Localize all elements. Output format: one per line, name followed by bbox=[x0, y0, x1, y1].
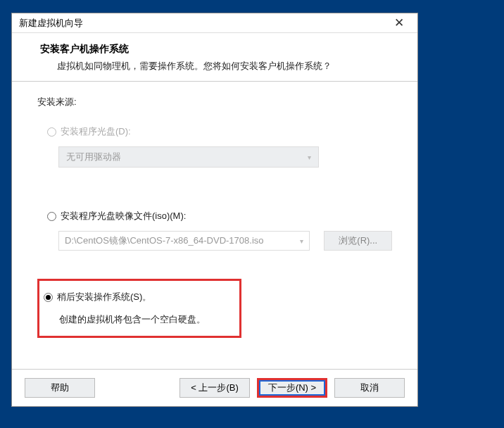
titlebar: 新建虚拟机向导 ✕ bbox=[12, 13, 417, 33]
body: 安装来源: 安装程序光盘(D): 无可用驱动器 ▾ 安装程序光盘映像文件(iso… bbox=[12, 82, 417, 369]
browse-button: 浏览(R)... bbox=[324, 231, 392, 251]
disc-drive-value: 无可用驱动器 bbox=[66, 151, 121, 163]
cancel-button[interactable]: 取消 bbox=[334, 378, 405, 398]
option-later-label: 稍后安装操作系统(S)。 bbox=[57, 291, 151, 303]
option-later[interactable]: 稍后安装操作系统(S)。 bbox=[44, 291, 229, 303]
option-disc-label: 安装程序光盘(D): bbox=[61, 125, 131, 138]
footer: 帮助 < 上一步(B) 下一步(N) > 取消 bbox=[12, 369, 417, 406]
header: 安装客户机操作系统 虚拟机如同物理机，需要操作系统。您将如何安装客户机操作系统？ bbox=[12, 33, 417, 81]
radio-iso[interactable] bbox=[47, 212, 56, 221]
iso-path-value: D:\CentOS镜像\CentOS-7-x86_64-DVD-1708.iso bbox=[65, 234, 264, 247]
page-subtext: 虚拟机如同物理机，需要操作系统。您将如何安装客户机操作系统？ bbox=[40, 60, 396, 73]
option-disc: 安装程序光盘(D): bbox=[47, 125, 392, 138]
radio-disc bbox=[47, 127, 56, 137]
radio-later[interactable] bbox=[44, 293, 53, 302]
next-button[interactable]: 下一步(N) > bbox=[257, 378, 327, 398]
option-iso[interactable]: 安装程序光盘映像文件(iso)(M): bbox=[47, 210, 392, 222]
disc-drive-dropdown: 无可用驱动器 ▾ bbox=[58, 146, 319, 168]
iso-row: D:\CentOS镜像\CentOS-7-x86_64-DVD-1708.iso… bbox=[58, 231, 392, 251]
back-button[interactable]: < 上一步(B) bbox=[179, 378, 250, 398]
close-icon[interactable]: ✕ bbox=[385, 17, 413, 29]
option-later-desc: 创建的虚拟机将包含一个空白硬盘。 bbox=[44, 313, 229, 326]
highlight-box: 稍后安装操作系统(S)。 创建的虚拟机将包含一个空白硬盘。 bbox=[37, 279, 241, 338]
window-title: 新建虚拟机向导 bbox=[19, 17, 385, 30]
iso-path-field: D:\CentOS镜像\CentOS-7-x86_64-DVD-1708.iso… bbox=[58, 231, 310, 251]
chevron-down-icon: ▾ bbox=[300, 237, 303, 245]
install-source-label: 安装来源: bbox=[37, 96, 392, 108]
option-iso-label: 安装程序光盘映像文件(iso)(M): bbox=[61, 210, 186, 222]
chevron-down-icon: ▾ bbox=[308, 153, 311, 161]
page-heading: 安装客户机操作系统 bbox=[40, 43, 396, 56]
help-button[interactable]: 帮助 bbox=[25, 378, 95, 398]
new-vm-wizard-dialog: 新建虚拟机向导 ✕ 安装客户机操作系统 虚拟机如同物理机，需要操作系统。您将如何… bbox=[11, 13, 418, 407]
